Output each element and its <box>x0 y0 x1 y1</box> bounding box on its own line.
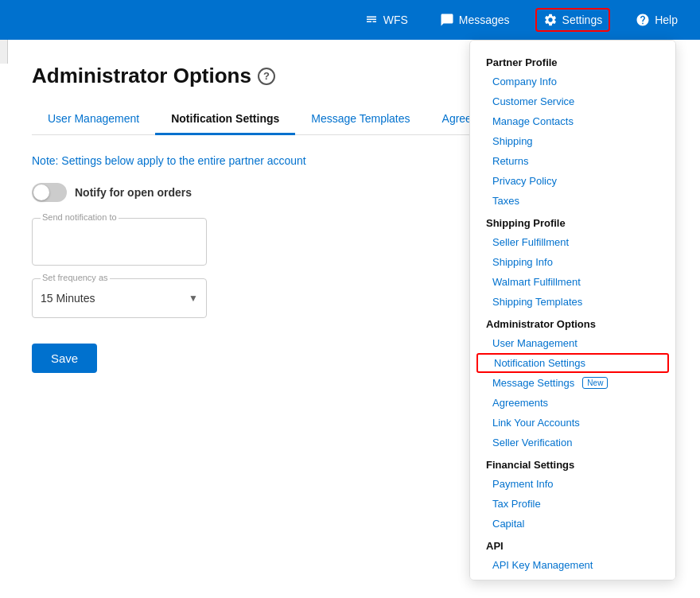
tab-message-templates[interactable]: Message Templates <box>295 104 426 135</box>
menu-item-label: Company Info <box>492 76 557 87</box>
badge-new: New <box>582 377 608 389</box>
menu-item-notification-settings[interactable]: Notification Settings <box>476 353 669 373</box>
menu-item-label: Shipping <box>492 135 533 147</box>
menu-item-label: Message Settings <box>492 377 574 389</box>
settings-label: Settings <box>562 14 603 26</box>
menu-item-label: Seller Fulfillment <box>492 236 569 248</box>
toggle-knob <box>33 184 49 200</box>
menu-item-label: Privacy Policy <box>492 175 557 187</box>
menu-item-shipping[interactable]: Shipping <box>470 131 675 151</box>
frequency-label: Set frequency as <box>41 273 110 282</box>
menu-item-privacy-policy[interactable]: Privacy Policy <box>470 171 675 191</box>
messages-nav-item[interactable]: Messages <box>434 10 516 30</box>
send-notification-label: Send notification to <box>41 212 119 222</box>
menu-item-tax-profile[interactable]: Tax Profile <box>470 494 675 514</box>
menu-item-label: Manage Contacts <box>492 115 574 127</box>
chevron-down-icon: ▼ <box>189 293 198 304</box>
wfs-label: WFS <box>383 14 408 26</box>
save-button[interactable]: Save <box>32 344 97 373</box>
menu-item-capital[interactable]: Capital <box>470 514 675 534</box>
frequency-value: 15 Minutes <box>41 292 189 305</box>
menu-section-administrator-options: Administrator Options <box>470 312 675 333</box>
menu-item-customer-service[interactable]: Customer Service <box>470 91 675 111</box>
messages-label: Messages <box>459 14 510 26</box>
menu-item-taxes[interactable]: Taxes <box>470 191 675 211</box>
menu-item-link-your-accounts[interactable]: Link Your Accounts <box>470 413 675 433</box>
menu-item-label: Returns <box>492 155 529 167</box>
toggle-label: Notify for open orders <box>75 186 192 199</box>
menu-item-company-info[interactable]: Company Info <box>470 72 675 91</box>
menu-item-agreements[interactable]: Agreements <box>470 393 675 413</box>
toggle-label-suffix: for open orders <box>110 186 192 199</box>
menu-item-label: Walmart Fulfillment <box>492 276 581 288</box>
menu-item-label: API Key Management <box>492 559 593 571</box>
menu-item-label: Seller Verification <box>492 437 572 448</box>
frequency-dropdown[interactable]: Set frequency as 15 Minutes ▼ <box>32 278 207 318</box>
menu-item-label: Agreements <box>492 397 548 409</box>
notify-toggle[interactable] <box>32 183 67 202</box>
menu-item-message-settings[interactable]: Message SettingsNew <box>470 373 675 393</box>
scroll-indicator <box>0 40 8 64</box>
menu-item-label: Capital <box>492 518 524 530</box>
menu-item-label: Customer Service <box>492 95 574 107</box>
menu-item-seller-verification[interactable]: Seller Verification <box>470 433 675 452</box>
tab-notification-settings[interactable]: Notification Settings <box>155 104 295 135</box>
menu-item-manage-contacts[interactable]: Manage Contacts <box>470 111 675 131</box>
menu-item-label: Taxes <box>492 195 519 207</box>
menu-item-seller-fulfillment[interactable]: Seller Fulfillment <box>470 232 675 252</box>
menu-item-label: Notification Settings <box>494 357 585 369</box>
menu-section-api: API <box>470 534 675 555</box>
menu-item-label: User Management <box>492 337 578 349</box>
menu-item-shipping-templates[interactable]: Shipping Templates <box>470 292 675 312</box>
menu-section-partner-profile: Partner Profile <box>470 50 675 72</box>
menu-item-api-key-management[interactable]: API Key Management <box>470 555 675 575</box>
help-label: Help <box>655 14 678 26</box>
settings-nav-item[interactable]: Settings <box>535 8 611 32</box>
menu-item-label: Tax Profile <box>492 498 541 510</box>
help-icon[interactable]: ? <box>258 68 275 85</box>
menu-item-label: Shipping Info <box>492 256 553 268</box>
page-title: Administrator Options <box>32 64 251 88</box>
menu-section-shipping-profile: Shipping Profile <box>470 211 675 232</box>
send-notification-field[interactable]: Send notification to <box>32 218 207 266</box>
wfs-nav-item[interactable]: WFS <box>358 10 414 30</box>
menu-item-label: Link Your Accounts <box>492 417 580 429</box>
menu-item-shipping-info[interactable]: Shipping Info <box>470 252 675 272</box>
menu-item-label: Payment Info <box>492 478 554 490</box>
menu-item-returns[interactable]: Returns <box>470 151 675 171</box>
menu-item-payment-info[interactable]: Payment Info <box>470 474 675 494</box>
help-nav-item[interactable]: Help <box>629 10 684 30</box>
tab-user-management[interactable]: User Management <box>32 104 155 135</box>
settings-dropdown-menu: Partner ProfileCompany InfoCustomer Serv… <box>469 40 676 581</box>
menu-section-financial-settings: Financial Settings <box>470 452 675 474</box>
menu-item-label: Shipping Templates <box>492 296 582 308</box>
menu-item-user-management[interactable]: User Management <box>470 333 675 353</box>
menu-item-walmart-fulfillment[interactable]: Walmart Fulfillment <box>470 272 675 292</box>
top-navigation: WFS Messages Settings Help <box>0 0 700 40</box>
toggle-label-bold: Notify <box>75 186 107 199</box>
